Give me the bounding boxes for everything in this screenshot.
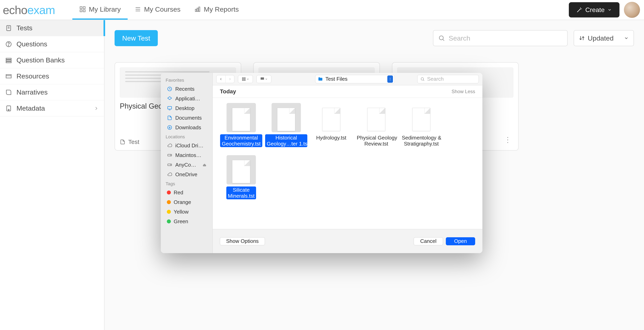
show-less-button[interactable]: Show Less (452, 89, 475, 94)
sidebar-item-macintosh-hd[interactable]: Macintos… (162, 150, 211, 160)
sidebar-item-label: Macintos… (175, 152, 202, 158)
cloud-icon (167, 143, 172, 148)
show-options-button[interactable]: Show Options (220, 237, 265, 245)
folder-dropdown[interactable]: Test Files (315, 75, 395, 83)
file-label: Silicate Minerals.tst (226, 186, 256, 199)
view-mode-button[interactable] (238, 75, 253, 83)
svg-rect-41 (262, 79, 263, 79)
group-mode-button[interactable] (256, 75, 271, 83)
file-label: Hydrology.tst (314, 134, 348, 141)
svg-rect-39 (263, 77, 264, 78)
open-button[interactable]: Open (446, 237, 475, 245)
tag-dot-icon (167, 210, 171, 214)
svg-rect-42 (263, 79, 264, 79)
file-label: Physical Geology Review.tst (355, 134, 397, 147)
file-thumbnail (226, 103, 256, 132)
file-label: Environmental Geochemistry.tst (220, 134, 262, 147)
sidebar-item-downloads[interactable]: Downloads (162, 123, 211, 132)
sidebar-tag-yellow[interactable]: Yellow (162, 207, 211, 217)
file-grid: Environmental Geochemistry.tst Historica… (213, 98, 482, 229)
file-dialog-main: Test Files Today Show Less (213, 73, 482, 253)
sidebar-item-applications[interactable]: Applicati… (162, 94, 211, 103)
document-icon (412, 108, 430, 131)
open-label: Open (454, 238, 467, 244)
tag-dot-icon (167, 200, 171, 204)
file-item[interactable]: Silicate Minerals.tst (219, 154, 264, 206)
sidebar-item-label: Green (174, 218, 188, 225)
sidebar-item-onedrive[interactable]: OneDrive (162, 169, 211, 179)
grid-small-icon (260, 77, 264, 81)
sidebar-item-label: Desktop (175, 105, 194, 111)
disk-icon (167, 153, 172, 158)
file-thumbnail (226, 155, 256, 184)
file-item[interactable]: Sedimentology & Stratigraphy.tst (399, 102, 444, 154)
svg-rect-25 (168, 106, 172, 109)
file-thumbnail (362, 103, 391, 132)
file-thumbnail (406, 103, 436, 132)
file-thumbnail (272, 103, 301, 132)
eject-icon[interactable]: ⏏ (202, 163, 206, 167)
svg-rect-40 (261, 79, 262, 79)
file-dialog-sidebar: Favorites Recents Applicati… Desktop Doc… (161, 73, 213, 253)
desktop-icon (167, 106, 172, 111)
file-dialog-toolbar: Test Files (213, 73, 482, 85)
forward-button[interactable] (225, 75, 234, 83)
disk-icon (167, 162, 172, 167)
search-icon (420, 77, 425, 81)
file-thumbnail (316, 103, 346, 132)
sidebar-item-label: Red (174, 189, 183, 196)
svg-rect-37 (261, 77, 262, 78)
cloud-icon (167, 172, 172, 177)
file-item[interactable]: Historical Geology…ter 1.tst (264, 102, 309, 154)
svg-point-32 (170, 165, 171, 165)
file-dialog-bottom: Show Options Cancel Open (213, 229, 482, 253)
sidebar-item-label: Yellow (174, 209, 188, 215)
sidebar-item-label: Recents (175, 86, 194, 92)
sidebar-item-recents[interactable]: Recents (162, 84, 211, 94)
folder-name: Test Files (326, 76, 385, 82)
clock-icon (167, 86, 172, 92)
back-button[interactable] (216, 75, 225, 83)
tag-dot-icon (167, 190, 171, 194)
folder-icon (318, 76, 323, 82)
file-dialog-search[interactable] (417, 75, 479, 83)
file-item[interactable]: Physical Geology Review.tst (354, 102, 399, 154)
sidebar-item-label: Downloads (175, 125, 201, 131)
tags-header: Tags (161, 179, 212, 188)
sidebar-tag-red[interactable]: Red (162, 188, 211, 197)
download-icon (167, 125, 172, 130)
sidebar-item-label: Applicati… (175, 96, 200, 102)
sidebar-item-label: iCloud Dri… (175, 143, 204, 149)
svg-rect-36 (244, 79, 246, 80)
svg-point-43 (421, 77, 424, 80)
sidebar-item-label: Orange (174, 199, 191, 205)
favorites-header: Favorites (161, 76, 212, 84)
sidebar-item-icloud[interactable]: iCloud Dri… (162, 141, 211, 150)
sidebar-tag-green[interactable]: Green (162, 217, 211, 226)
file-label: Historical Geology…ter 1.tst (265, 134, 307, 147)
sidebar-tag-orange[interactable]: Orange (162, 197, 211, 207)
file-item[interactable]: Environmental Geochemistry.tst (219, 102, 264, 154)
sidebar-item-label: Documents (175, 115, 202, 121)
sidebar-item-label: OneDrive (175, 171, 198, 178)
sidebar-item-documents[interactable]: Documents (162, 113, 211, 123)
svg-point-30 (170, 155, 171, 155)
file-item[interactable]: Hydrology.tst (309, 102, 354, 154)
chevron-down-icon (246, 78, 249, 80)
sidebar-item-desktop[interactable]: Desktop (162, 103, 211, 113)
nav-buttons (216, 75, 234, 83)
svg-line-44 (423, 80, 424, 81)
group-title: Today (220, 88, 236, 95)
document-icon (232, 160, 250, 183)
document-icon (322, 108, 340, 131)
file-dialog-search-input[interactable] (427, 76, 476, 82)
locations-header: Locations (161, 132, 212, 141)
apps-icon (167, 96, 172, 101)
show-options-label: Show Options (226, 238, 259, 244)
document-icon (277, 108, 295, 131)
sidebar-item-anyco[interactable]: AnyCo… ⏏ (162, 160, 211, 169)
svg-rect-33 (242, 77, 244, 79)
chevron-down-icon (265, 78, 268, 80)
document-icon (232, 108, 250, 131)
cancel-button[interactable]: Cancel (414, 237, 443, 245)
